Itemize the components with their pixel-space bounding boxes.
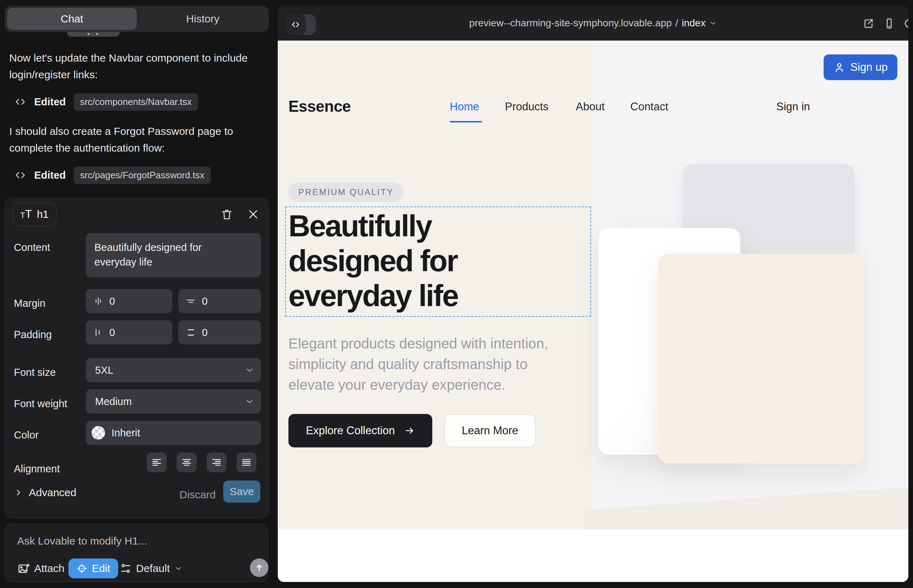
- section-below-hero: [278, 529, 908, 582]
- preview-window: preview--charming-site-symphony.lovable.…: [278, 6, 908, 582]
- tab-history[interactable]: History: [137, 6, 269, 32]
- mobile-view-icon[interactable]: [883, 18, 895, 29]
- edited-label: Edited: [34, 170, 66, 181]
- margin-vertical-icon: [186, 296, 196, 307]
- url-separator: /: [675, 18, 678, 29]
- padding-label: Padding: [14, 329, 52, 341]
- color-swatch-checker: [92, 426, 105, 439]
- chevron-down-icon: [244, 365, 254, 375]
- nav-link-contact[interactable]: Contact: [630, 100, 669, 113]
- url-page: index: [682, 18, 706, 29]
- tab-chat[interactable]: Chat: [7, 8, 137, 30]
- hero-heading[interactable]: Beautifully designed for everyday life: [288, 208, 580, 313]
- padding-x-input[interactable]: 0: [86, 320, 172, 344]
- element-inspector-panel: TT h1 Content Beautifully designed for e…: [5, 198, 269, 518]
- file-chip[interactable]: src/pages/ForgotPassword.tsx: [74, 166, 211, 184]
- padding-horizontal-icon: [93, 327, 104, 338]
- margin-y-input[interactable]: 0: [178, 289, 261, 313]
- nav-active-underline: [450, 121, 482, 123]
- font-size-select[interactable]: 5XL: [86, 358, 261, 382]
- hero-paragraph: Elegant products designed with intention…: [288, 333, 588, 395]
- chat-history-tabbar: Chat History: [5, 6, 269, 32]
- delete-element-button[interactable]: [219, 206, 235, 223]
- scrolled-chip-partial: [67, 32, 120, 37]
- align-left-button[interactable]: [147, 452, 167, 472]
- content-field[interactable]: Beautifully designed for everyday life: [86, 233, 261, 277]
- align-center-button[interactable]: [176, 452, 197, 472]
- url-bar[interactable]: preview--charming-site-symphony.lovable.…: [278, 6, 908, 40]
- refresh-icon[interactable]: [903, 18, 908, 29]
- discard-button[interactable]: Discard: [180, 489, 216, 501]
- chevron-down-icon: [709, 19, 717, 27]
- align-justify-button[interactable]: [236, 452, 256, 472]
- prompt-card: Attach Edit Default: [5, 524, 268, 582]
- site-logo[interactable]: Essence: [288, 97, 351, 115]
- learn-more-button[interactable]: Learn More: [444, 414, 536, 447]
- target-icon: [76, 563, 87, 574]
- chevron-down-icon: [174, 564, 183, 573]
- margin-label: Margin: [14, 297, 45, 309]
- code-icon: [14, 169, 26, 181]
- padding-vertical-icon: [186, 327, 196, 338]
- margin-x-input[interactable]: 0: [86, 289, 172, 313]
- chevron-right-icon: [14, 488, 23, 497]
- element-tag: h1: [37, 208, 49, 220]
- chevron-down-icon: [244, 396, 254, 407]
- chat-message: I should also create a Forgot Password p…: [9, 123, 254, 156]
- font-weight-select[interactable]: Medium: [86, 389, 261, 414]
- sign-up-button[interactable]: Sign up: [824, 55, 897, 80]
- url-host: preview--charming-site-symphony.lovable.…: [469, 18, 672, 29]
- nav-link-home[interactable]: Home: [450, 100, 479, 113]
- prompt-input[interactable]: [17, 535, 245, 547]
- alignment-label: Alignment: [14, 463, 60, 475]
- align-right-button[interactable]: [207, 452, 227, 472]
- save-button[interactable]: Save: [223, 480, 260, 502]
- color-select[interactable]: Inherit: [86, 421, 261, 445]
- color-label: Color: [14, 429, 39, 441]
- close-icon[interactable]: [245, 206, 261, 223]
- attach-image-icon: [17, 562, 30, 575]
- decor-card-cream: [658, 254, 864, 464]
- edit-mode-button[interactable]: Edit: [68, 559, 118, 578]
- content-label: Content: [14, 242, 50, 254]
- sign-in-link[interactable]: Sign in: [776, 100, 810, 113]
- edited-file-row[interactable]: Edited src/pages/ForgotPassword.tsx: [14, 166, 211, 184]
- sliders-icon: [120, 562, 132, 575]
- nav-link-products[interactable]: Products: [505, 100, 548, 113]
- explore-collection-button[interactable]: Explore Collection: [288, 414, 432, 447]
- open-in-new-tab-icon[interactable]: [863, 18, 874, 29]
- arrow-right-icon: [404, 425, 415, 436]
- attach-button[interactable]: Attach: [17, 559, 65, 578]
- font-size-label: Font size: [14, 367, 56, 378]
- edited-file-row[interactable]: Edited src/components/Navbar.tsx: [14, 93, 198, 110]
- font-weight-label: Font weight: [14, 398, 67, 410]
- send-button[interactable]: [250, 559, 269, 577]
- edited-label: Edited: [34, 96, 66, 108]
- advanced-toggle[interactable]: Advanced: [14, 486, 76, 499]
- file-chip[interactable]: src/components/Navbar.tsx: [74, 93, 198, 111]
- element-type-pill[interactable]: TT h1: [13, 202, 56, 226]
- typography-icon: TT: [20, 209, 32, 219]
- model-default-dropdown[interactable]: Default: [120, 559, 183, 578]
- premium-quality-badge: PREMIUM QUALITY: [288, 182, 404, 202]
- margin-horizontal-icon: [93, 296, 104, 307]
- padding-y-input[interactable]: 0: [178, 320, 261, 344]
- nav-link-about[interactable]: About: [576, 100, 605, 113]
- chat-message: Now let's update the Navbar component to…: [9, 50, 254, 83]
- site-preview: Essence Home Products About Contact Sign…: [278, 40, 908, 582]
- person-icon: [833, 61, 845, 73]
- code-icon: [14, 96, 26, 108]
